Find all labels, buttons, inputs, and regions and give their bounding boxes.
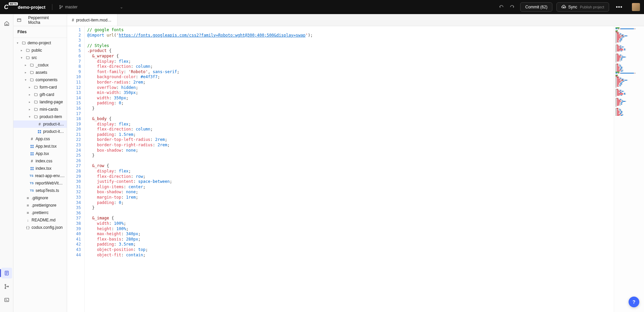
tree-item-setuptests-ts[interactable]: TSsetupTests.ts	[13, 187, 67, 194]
redo-icon[interactable]	[508, 3, 516, 11]
chevron-icon: ▾	[17, 41, 20, 45]
git-icon	[4, 284, 9, 289]
branch-name: master	[65, 5, 78, 9]
branch-selector[interactable]: master ⌄	[59, 5, 123, 9]
svg-rect-20	[32, 147, 34, 148]
grid-icon	[37, 130, 42, 134]
breadcrumb-tab[interactable]: Peppermint Mocha	[25, 14, 63, 27]
down-icon: ↓	[26, 218, 30, 222]
svg-rect-13	[38, 130, 39, 131]
tree-item--prettierignore[interactable]: ≡.prettierignore	[13, 202, 67, 209]
grid-icon	[30, 145, 34, 148]
sidebar: Peppermint Mocha Files ▾demo-project▸pub…	[13, 14, 67, 312]
tree-item-label: product-item	[40, 114, 62, 119]
folder-icon	[34, 93, 38, 97]
undo-redo-group	[497, 3, 516, 11]
tree-item-label: landing-page	[40, 100, 63, 104]
files-view-button[interactable]	[1, 268, 12, 278]
tree-item-label: index.css	[36, 159, 52, 163]
tree-item-label: demo-project	[28, 41, 51, 45]
minimap[interactable]	[614, 26, 644, 312]
ts-icon: TS	[30, 189, 34, 192]
terminal-icon	[4, 297, 9, 303]
tree-item--codux[interactable]: ▸_codux	[13, 61, 67, 69]
hash-icon: #	[30, 159, 34, 163]
tree-item-index-css[interactable]: #index.css	[13, 157, 67, 165]
tree-item-label: .prettierrc	[32, 210, 49, 215]
folder-icon	[21, 41, 26, 45]
tree-item-public[interactable]: ▸public	[13, 47, 67, 54]
sync-label: Sync	[568, 5, 577, 9]
topbar: C BETA demo-project master ⌄ Commit (62)…	[0, 0, 644, 14]
tree-item-label: index.tsx	[36, 166, 51, 171]
help-button[interactable]: ?	[629, 297, 639, 307]
tree-item-product-ite-[interactable]: product-ite…	[13, 128, 67, 135]
editor-tab-active[interactable]: # product-item.module…	[67, 14, 117, 26]
tree-item-label: src	[32, 55, 37, 60]
more-menu-button[interactable]: •••	[613, 3, 625, 11]
tree-item-components[interactable]: ▾components	[13, 76, 67, 84]
folder-icon	[26, 48, 30, 52]
folder-icon	[34, 107, 38, 111]
file-icon: ≡	[26, 196, 30, 200]
tree-item-app-css[interactable]: #App.css	[13, 135, 67, 143]
folder-icon	[34, 100, 38, 104]
tree-item-index-tsx[interactable]: index.tsx	[13, 165, 67, 172]
branch-icon	[59, 5, 63, 9]
beta-badge: BETA	[9, 2, 18, 5]
folder-icon	[34, 115, 38, 119]
folder-icon	[30, 70, 34, 74]
tree-item-label: react-app-env.d.ts	[35, 173, 65, 178]
tree-item--prettierrc[interactable]: ≡.prettierrc	[13, 209, 67, 216]
tree-item-label: product-ite…	[43, 129, 65, 134]
home-button[interactable]	[1, 18, 12, 29]
json-icon: {}	[26, 225, 30, 230]
chevron-icon: ▸	[21, 49, 24, 52]
tree-item-reportwebvital-[interactable]: TSreportWebVital…	[13, 179, 67, 187]
tree-item-app-tsx[interactable]: App.tsx	[13, 150, 67, 157]
commit-button[interactable]: Commit (62)	[520, 2, 552, 12]
folder-icon	[34, 85, 38, 89]
tree-item-label: product-ite…	[43, 122, 65, 126]
grid-icon	[30, 152, 34, 156]
svg-point-0	[60, 5, 61, 6]
chevron-icon: ▸	[29, 93, 32, 96]
tree-item-mini-cards[interactable]: ▸mini-cards	[13, 106, 67, 113]
sync-sub: Publish project	[580, 5, 604, 9]
avatar[interactable]	[632, 3, 640, 11]
tree-item-landing-page[interactable]: ▸landing-page	[13, 98, 67, 106]
code-view[interactable]: // google fonts@import url('https://font…	[85, 26, 614, 312]
project-name[interactable]: demo-project	[18, 5, 45, 10]
hash-icon: #	[37, 122, 42, 126]
chevron-down-icon: ⌄	[120, 5, 123, 9]
tree-item-readme-md[interactable]: ↓README.md	[13, 216, 67, 224]
tree-item-label: App.css	[36, 137, 50, 141]
git-view-button[interactable]	[1, 281, 12, 292]
chevron-icon: ▸	[25, 63, 28, 67]
tree-item-product-item[interactable]: ▾product-item	[13, 113, 67, 120]
svg-rect-27	[30, 169, 32, 170]
tree-item-label: .prettierignore	[32, 203, 56, 208]
terminal-view-button[interactable]	[1, 295, 12, 305]
editor-tabs: # product-item.module…	[67, 14, 644, 26]
tree-item-demo-project[interactable]: ▾demo-project	[13, 39, 67, 47]
editor-tab-label: product-item.module…	[76, 18, 112, 22]
editor-content[interactable]: 1234567891011121314151617181920212223242…	[67, 26, 644, 312]
undo-icon[interactable]	[497, 3, 505, 11]
app-logo[interactable]: C BETA	[4, 4, 8, 11]
tree-item-gift-card[interactable]: ▸gift-card	[13, 91, 67, 98]
svg-rect-28	[32, 169, 34, 170]
tree-item-form-card[interactable]: ▸form-card	[13, 84, 67, 91]
tree-item-react-app-env-d-ts[interactable]: TSreact-app-env.d.ts	[13, 172, 67, 179]
tree-item-product-ite-[interactable]: #product-ite…	[13, 120, 67, 128]
svg-rect-19	[30, 147, 32, 148]
tree-item-assets[interactable]: ▸assets	[13, 69, 67, 76]
tree-item-label: reportWebVital…	[35, 181, 65, 186]
grid-icon	[30, 167, 34, 170]
sync-button[interactable]: Sync Publish project	[556, 2, 609, 12]
tree-item-src[interactable]: ▾src	[13, 54, 67, 61]
tree-item--gitignore[interactable]: ≡.gitignore	[13, 194, 67, 202]
tree-item-app-test-tsx[interactable]: App.test.tsx	[13, 143, 67, 150]
svg-rect-16	[40, 132, 41, 133]
tree-item-codux-config-json[interactable]: {}codux.config.json	[13, 224, 67, 231]
